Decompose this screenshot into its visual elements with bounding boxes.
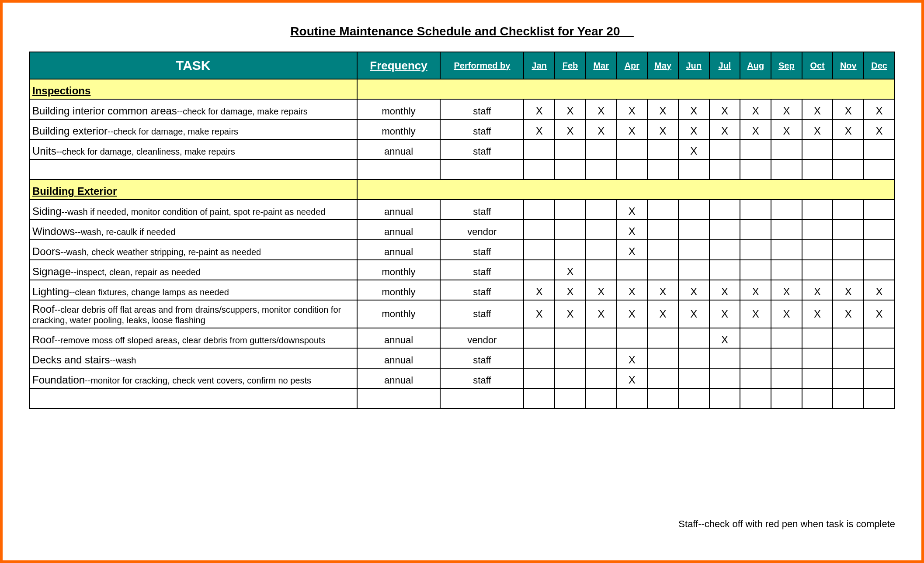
month-cell: X (740, 99, 771, 119)
table-row (29, 388, 895, 408)
month-cell (524, 139, 555, 159)
performed-by-cell: staff (440, 260, 524, 280)
table-row: Building exterior--check for damage, mak… (29, 119, 895, 139)
month-cell (802, 328, 833, 348)
month-cell (771, 260, 802, 280)
month-cell (586, 368, 617, 388)
task-detail: --wash, check weather stripping, re-pain… (60, 247, 261, 257)
month-cell (617, 388, 648, 408)
frequency-cell: monthly (357, 300, 441, 328)
task-cell: Foundation--monitor for cracking, check … (29, 368, 357, 388)
month-cell: X (617, 200, 648, 220)
month-cell (740, 240, 771, 260)
month-cell (833, 348, 864, 368)
month-cell (617, 159, 648, 180)
header-month: Jun (678, 52, 709, 79)
section-filler-cell (802, 79, 833, 99)
table-row: Roof--remove moss off sloped areas, clea… (29, 328, 895, 348)
month-cell (771, 348, 802, 368)
month-cell: X (709, 300, 740, 328)
month-cell: X (586, 300, 617, 328)
header-month: Sep (771, 52, 802, 79)
month-cell: X (709, 280, 740, 300)
month-cell (864, 159, 895, 180)
month-cell: X (617, 280, 648, 300)
month-cell (678, 328, 709, 348)
month-cell (524, 368, 555, 388)
month-cell: X (617, 220, 648, 240)
month-cell: X (617, 119, 648, 139)
month-cell (586, 159, 617, 180)
month-cell (586, 200, 617, 220)
header-month: Dec (864, 52, 895, 79)
month-cell (524, 388, 555, 408)
month-cell: X (647, 280, 678, 300)
frequency-cell (357, 159, 441, 180)
table-row: Lighting--clean fixtures, change lamps a… (29, 280, 895, 300)
month-cell (802, 240, 833, 260)
section-name: Inspections (29, 79, 357, 99)
month-cell (678, 159, 709, 180)
performed-by-cell (440, 388, 524, 408)
performed-by-cell: staff (440, 348, 524, 368)
document-title: Routine Maintenance Schedule and Checkli… (29, 24, 895, 38)
performed-by-cell: staff (440, 200, 524, 220)
month-cell (833, 260, 864, 280)
month-cell (771, 388, 802, 408)
task-detail: --check for damage, cleanliness, make re… (56, 147, 235, 156)
month-cell: X (709, 328, 740, 348)
month-cell: X (771, 300, 802, 328)
month-cell (833, 388, 864, 408)
month-cell: X (709, 119, 740, 139)
month-cell (555, 200, 586, 220)
month-cell (802, 388, 833, 408)
month-cell (678, 200, 709, 220)
header-performed-by: Performed by (440, 52, 524, 79)
section-filler-cell (740, 79, 771, 99)
month-cell (709, 388, 740, 408)
month-cell (555, 348, 586, 368)
header-month: Nov (833, 52, 864, 79)
month-cell: X (833, 280, 864, 300)
month-cell (864, 240, 895, 260)
performed-by-cell: vendor (440, 220, 524, 240)
month-cell (678, 240, 709, 260)
document-frame: Routine Maintenance Schedule and Checkli… (0, 0, 924, 563)
performed-by-cell: staff (440, 240, 524, 260)
performed-by-cell: staff (440, 99, 524, 119)
table-body: InspectionsBuilding interior common area… (29, 79, 895, 408)
month-cell (864, 368, 895, 388)
table-row: Doors--wash, check weather stripping, re… (29, 240, 895, 260)
section-filler-cell (617, 79, 648, 99)
header-month: Aug (740, 52, 771, 79)
month-cell (586, 240, 617, 260)
task-cell: Building interior common areas--check fo… (29, 99, 357, 119)
month-cell: X (524, 280, 555, 300)
month-cell: X (524, 300, 555, 328)
section-filler-cell (647, 79, 678, 99)
month-cell (771, 328, 802, 348)
month-cell (709, 260, 740, 280)
month-cell (802, 159, 833, 180)
month-cell (833, 368, 864, 388)
month-cell (647, 220, 678, 240)
month-cell (740, 139, 771, 159)
month-cell: X (771, 280, 802, 300)
month-cell: X (678, 139, 709, 159)
month-cell (524, 159, 555, 180)
month-cell (802, 260, 833, 280)
task-detail: --wash if needed, monitor condition of p… (62, 207, 326, 217)
month-cell: X (678, 280, 709, 300)
task-cell: Siding--wash if needed, monitor conditio… (29, 200, 357, 220)
section-filler-cell (833, 79, 864, 99)
task-main: Building interior common areas (32, 105, 177, 117)
maintenance-table: TASK Frequency Performed by Jan Feb Mar … (29, 52, 895, 409)
frequency-cell: annual (357, 368, 441, 388)
header-month: Mar (586, 52, 617, 79)
month-cell (833, 159, 864, 180)
month-cell: X (802, 99, 833, 119)
month-cell: X (864, 99, 895, 119)
task-cell: Doors--wash, check weather stripping, re… (29, 240, 357, 260)
task-main: Roof (32, 303, 55, 315)
table-row: Windows--wash, re-caulk if neededannualv… (29, 220, 895, 240)
